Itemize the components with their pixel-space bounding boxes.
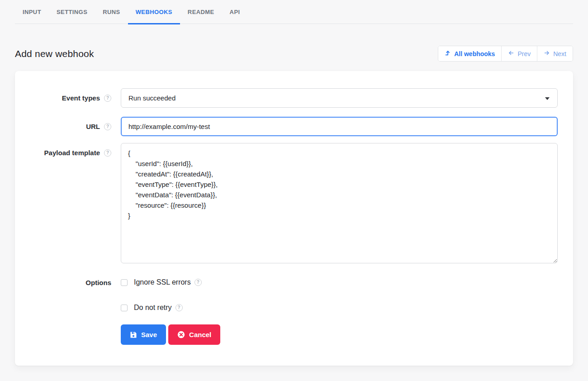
url-label: URL (86, 123, 100, 130)
save-label: Save (141, 331, 157, 338)
webhook-nav-group: All webhooks Prev Next (438, 46, 573, 62)
do-not-retry-checkbox[interactable] (121, 305, 128, 311)
all-webhooks-button[interactable]: All webhooks (438, 46, 502, 61)
event-types-row: Event types ? Run succeeded (15, 88, 558, 108)
options-row: Options Ignore SSL errors ? Do not retry… (15, 278, 558, 312)
tabs-container: INPUT SETTINGS RUNS WEBHOOKS README API (15, 0, 573, 24)
do-not-retry-label[interactable]: Do not retry (134, 304, 172, 312)
cancel-label: Cancel (189, 331, 211, 338)
prev-button[interactable]: Prev (502, 46, 537, 61)
tab-input[interactable]: INPUT (15, 0, 49, 24)
webhook-form-card: Event types ? Run succeeded URL ? Payloa… (15, 71, 573, 366)
payload-template-label: Payload template (44, 149, 100, 157)
ignore-ssl-errors-label[interactable]: Ignore SSL errors (134, 278, 191, 286)
page-title: Add new webhook (15, 48, 94, 59)
url-row: URL ? (15, 117, 558, 136)
tab-webhooks[interactable]: WEBHOOKS (128, 0, 180, 24)
tab-bar: INPUT SETTINGS RUNS WEBHOOKS README API (15, 0, 573, 24)
help-icon[interactable]: ? (104, 95, 111, 102)
ignore-ssl-errors-checkbox[interactable] (121, 279, 128, 286)
help-icon[interactable]: ? (175, 304, 183, 311)
url-input[interactable] (121, 117, 558, 136)
payload-template-row: Payload template ? { "userId": {{userId}… (15, 143, 558, 265)
arrow-up-back-icon (445, 50, 451, 57)
tab-runs[interactable]: RUNS (95, 0, 128, 24)
arrow-left-icon (508, 50, 514, 57)
x-circle-icon (177, 331, 185, 338)
prev-label: Prev (517, 50, 531, 57)
payload-template-textarea[interactable]: { "userId": {{userId}}, "createdAt": {{c… (121, 143, 558, 263)
page-header: Add new webhook All webhooks Prev (15, 46, 573, 62)
options-label: Options (85, 279, 111, 286)
do-not-retry-option: Do not retry ? (121, 304, 558, 312)
tab-settings[interactable]: SETTINGS (49, 0, 95, 24)
cancel-button[interactable]: Cancel (168, 324, 220, 345)
save-button[interactable]: Save (121, 324, 166, 345)
tab-readme[interactable]: README (180, 0, 222, 24)
event-types-label: Event types (62, 94, 100, 102)
event-types-select[interactable]: Run succeeded (121, 88, 558, 108)
ignore-ssl-errors-option: Ignore SSL errors ? (121, 278, 558, 286)
floppy-disk-icon (130, 331, 137, 338)
arrow-right-icon (544, 50, 550, 57)
next-label: Next (553, 50, 566, 57)
help-icon[interactable]: ? (104, 149, 111, 157)
next-button[interactable]: Next (537, 46, 573, 61)
help-icon[interactable]: ? (194, 279, 202, 286)
chevron-down-icon (545, 97, 550, 100)
all-webhooks-label: All webhooks (454, 50, 495, 57)
help-icon[interactable]: ? (104, 123, 111, 130)
event-types-selected-value: Run succeeded (128, 94, 175, 102)
tab-api[interactable]: API (222, 0, 248, 24)
form-actions: Save Cancel (15, 324, 558, 345)
